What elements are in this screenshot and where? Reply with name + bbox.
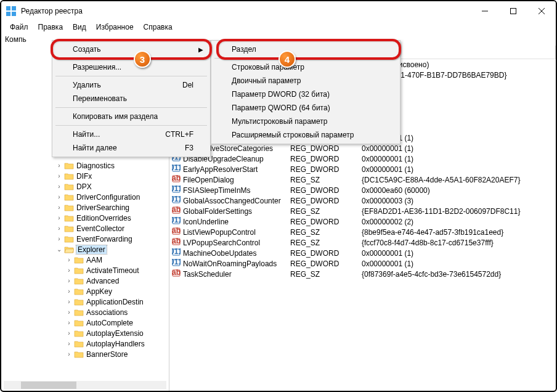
menu-item[interactable]: Параметр QWORD (64 бита) <box>213 101 398 115</box>
menu-item[interactable]: Разрешения... <box>54 60 208 74</box>
folder-icon <box>74 350 84 359</box>
value-row[interactable]: 011IconUnderlineREG_DWORD0x00000002 (2) <box>169 216 556 227</box>
chevron-right-icon[interactable]: › <box>64 277 74 284</box>
value-row[interactable]: 011bleResolveStoreCategoriesREG_DWORD0x0… <box>169 143 556 153</box>
chevron-right-icon[interactable]: › <box>64 319 74 326</box>
value-row[interactable]: 011NoWaitOnRoamingPayloadsREG_DWORD0x000… <box>169 258 556 269</box>
svg-rect-5 <box>511 9 516 14</box>
menu-item[interactable]: Двоичный параметр <box>213 74 398 88</box>
tree-item[interactable]: ›EventCollector <box>1 223 169 234</box>
tree-item[interactable]: ›BannerStore <box>1 349 169 359</box>
value-type: REG_DWORD <box>290 197 359 205</box>
tree-item[interactable]: ›AAM <box>1 255 169 265</box>
tree-item[interactable]: ›Diagnostics <box>1 160 169 171</box>
menu-Правка[interactable]: Правка <box>33 22 68 33</box>
tree-item[interactable]: ›Associations <box>1 307 169 317</box>
tree-item[interactable]: ›DriverSearching <box>1 202 169 213</box>
tree-item[interactable]: ›EditionOverrides <box>1 213 169 223</box>
svg-text:ab: ab <box>172 237 181 245</box>
chevron-right-icon[interactable]: › <box>54 204 64 211</box>
menu-item[interactable]: Найти далееF3 <box>54 141 208 155</box>
close-button[interactable] <box>527 1 556 21</box>
menu-item[interactable]: УдалитьDel <box>54 78 208 92</box>
tree-item[interactable]: ›ActivateTimeout <box>1 265 169 276</box>
value-row[interactable]: abListViewPopupControlREG_SZ{8be9f5ea-e7… <box>169 227 556 237</box>
tree-item[interactable]: ›AutoplayHandlers <box>1 338 169 349</box>
menu-item-label: Расширяемый строковый параметр <box>232 131 354 139</box>
tree-item[interactable]: ›AppKey <box>1 286 169 296</box>
tree-item[interactable]: ›AutoComplete <box>1 317 169 328</box>
tree-label: BannerStore <box>86 350 128 359</box>
tree-item[interactable]: ›DPX <box>1 181 169 192</box>
menu-item[interactable]: Строковый параметр <box>213 60 398 74</box>
chevron-right-icon[interactable]: › <box>54 214 64 221</box>
value-name: TaskScheduler <box>183 270 232 279</box>
tree-item[interactable]: ›Advanced <box>1 276 169 286</box>
chevron-right-icon[interactable]: › <box>64 340 74 347</box>
menu-Справка[interactable]: Справка <box>139 22 177 33</box>
chevron-right-icon[interactable]: › <box>54 183 64 190</box>
chevron-right-icon[interactable]: › <box>54 225 64 232</box>
menu-item[interactable]: Создать▶ <box>54 43 208 56</box>
tree-item[interactable]: ⌄Explorer <box>1 244 169 255</box>
tree-item[interactable]: ›DIFx <box>1 171 169 181</box>
folder-icon <box>74 298 84 306</box>
chevron-right-icon[interactable]: › <box>64 309 74 316</box>
tree-label: Advanced <box>86 277 119 285</box>
chevron-right-icon[interactable]: › <box>64 298 74 305</box>
tree-item[interactable]: ›DriverConfiguration <box>1 192 169 202</box>
value-row[interactable]: abLVPopupSearchControlREG_SZ{fccf70c8-f4… <box>169 237 556 248</box>
svg-text:ab: ab <box>172 206 181 214</box>
chevron-right-icon[interactable]: › <box>64 288 74 295</box>
chevron-right-icon[interactable]: › <box>64 351 74 357</box>
value-row[interactable]: abGlobalFolderSettingsREG_SZ{EF8AD2D1-AE… <box>169 206 556 216</box>
value-row[interactable]: 011DisableUpgradeCleanupREG_DWORD0x00000… <box>169 153 556 164</box>
menu-item[interactable]: Мультистроковый параметр <box>213 115 398 128</box>
menu-item[interactable]: Найти...CTRL+F <box>54 128 208 141</box>
chevron-right-icon[interactable]: › <box>64 256 74 263</box>
folder-icon <box>64 203 74 212</box>
menu-Файл[interactable]: Файл <box>5 22 33 33</box>
chevron-right-icon[interactable]: › <box>54 162 64 169</box>
value-row[interactable]: 011EarlyAppResolverStartREG_DWORD0x00000… <box>169 164 556 174</box>
value-row[interactable]: 011MachineOobeUpdatesREG_DWORD0x00000001… <box>169 248 556 258</box>
value-row[interactable]: 011FSIASleepTimeInMsREG_DWORD0x0000ea60 … <box>169 185 556 195</box>
menu-item[interactable]: Копировать имя раздела <box>54 110 208 123</box>
menu-item[interactable]: Расширяемый строковый параметр <box>213 128 398 142</box>
menu-item[interactable]: Раздел <box>213 43 398 56</box>
value-name: IconUnderline <box>183 218 229 226</box>
maximize-button[interactable] <box>499 1 527 21</box>
menu-item[interactable]: Параметр DWORD (32 бита) <box>213 88 398 101</box>
tree-item[interactable]: ›AutoplayExtensio <box>1 328 169 338</box>
menu-item-label: Параметр QWORD (64 бита) <box>232 104 330 112</box>
folder-icon <box>74 277 84 285</box>
folder-icon <box>74 340 84 348</box>
tree-hscrollbar[interactable] <box>4 381 166 390</box>
tree-item[interactable]: ›ApplicationDestin <box>1 296 169 307</box>
tree-item[interactable]: ›EventForwarding <box>1 234 169 244</box>
menu-item-label: Удалить <box>73 81 101 89</box>
minimize-button[interactable] <box>471 1 499 21</box>
menu-Избранное[interactable]: Избранное <box>91 22 139 33</box>
value-icon: 011 <box>172 248 181 258</box>
value-name: GlobalFolderSettings <box>183 207 252 216</box>
value-row[interactable]: abTaskSchedulerREG_SZ{0f87369f-a4e5-4cfc… <box>169 269 556 279</box>
svg-rect-1 <box>12 6 16 10</box>
chevron-right-icon[interactable]: › <box>64 267 74 274</box>
chevron-right-icon[interactable]: › <box>64 330 74 337</box>
menu-item[interactable]: Переименовать <box>54 92 208 105</box>
tree-label: AutoplayHandlers <box>86 340 145 348</box>
menu-Вид[interactable]: Вид <box>68 22 91 33</box>
tree-label: EventForwarding <box>76 235 132 243</box>
menu-separator <box>55 107 207 108</box>
value-name: LVPopupSearchControl <box>183 239 260 247</box>
chevron-right-icon[interactable]: › <box>54 235 64 242</box>
value-icon: ab <box>172 269 181 279</box>
chevron-right-icon[interactable]: › <box>54 173 64 179</box>
chevron-right-icon[interactable]: › <box>54 194 64 200</box>
value-row[interactable]: abFileOpenDialogREG_SZ{DC1C5A9C-E88A-4dd… <box>169 174 556 185</box>
value-row[interactable]: 011GlobalAssocChangedCounterREG_DWORD0x0… <box>169 195 556 206</box>
chevron-down-icon[interactable]: ⌄ <box>54 246 64 253</box>
svg-text:011: 011 <box>172 195 181 203</box>
value-data: {EF8AD2D1-AE36-11D1-B2D2-006097DF8C11} <box>362 207 520 216</box>
